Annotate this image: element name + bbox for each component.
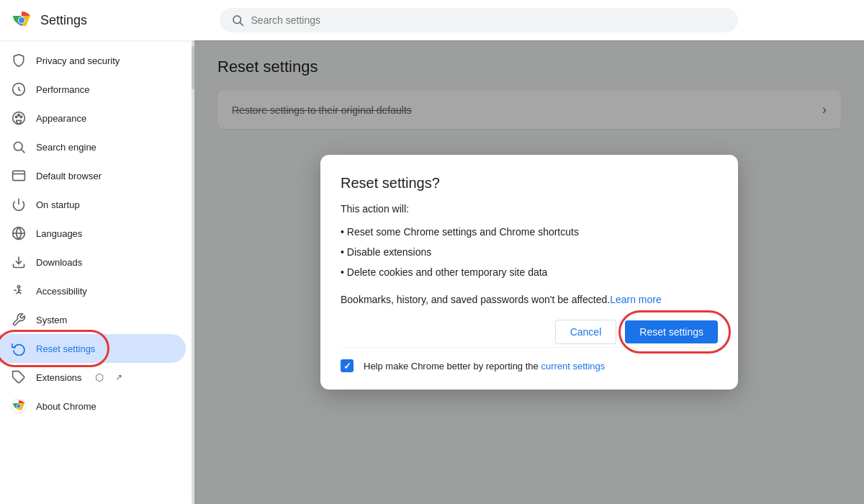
modal-subtitle: This action will: <box>341 203 718 215</box>
accessibility-icon <box>12 284 26 298</box>
svg-line-12 <box>22 150 25 153</box>
sidebar-item-reset-settings[interactable]: Reset settings <box>0 334 186 363</box>
cancel-button[interactable]: Cancel <box>555 320 617 344</box>
list-item: Disable extensions <box>341 242 718 262</box>
svg-point-19 <box>17 286 19 288</box>
reset-icon <box>12 341 26 356</box>
svg-line-5 <box>240 22 243 25</box>
sidebar-item-privacy[interactable]: Privacy and security <box>0 46 186 75</box>
svg-point-3 <box>19 17 24 23</box>
sidebar-item-appearance-label: Appearance <box>36 113 86 124</box>
sidebar-item-default-browser[interactable]: Default browser <box>0 161 186 190</box>
modal-overlay[interactable]: Reset settings? This action will: Reset … <box>194 40 864 504</box>
svg-point-11 <box>14 142 22 150</box>
search-input[interactable] <box>251 14 726 26</box>
sidebar-item-extensions[interactable]: Extensions ⬡ ↗ <box>0 363 186 392</box>
learn-more-link[interactable]: Learn more <box>610 294 662 305</box>
search-icon <box>231 14 244 27</box>
sidebar-item-downloads[interactable]: Downloads <box>0 248 186 276</box>
content-area: Reset settings Restore settings to their… <box>194 40 864 504</box>
header-title: Settings <box>40 13 87 28</box>
modal-checkbox-row: ✓ Help make Chrome better by reporting t… <box>341 347 718 372</box>
sidebar-item-default-browser-label: Default browser <box>36 171 102 181</box>
sidebar: Privacy and security Performance Appeara… <box>0 40 194 504</box>
sidebar-item-system-label: System <box>36 315 67 325</box>
sidebar-item-downloads-label: Downloads <box>36 257 82 268</box>
sidebar-item-extensions-label: Extensions <box>36 372 82 383</box>
external-link-symbol: ↗ <box>115 372 122 382</box>
svg-point-24 <box>17 405 21 408</box>
main-layout: Privacy and security Performance Appeara… <box>0 40 864 504</box>
sidebar-item-reset-settings-label: Reset settings <box>36 343 95 354</box>
chrome-icon <box>12 399 26 413</box>
current-settings-link[interactable]: current settings <box>541 361 605 372</box>
modal-title: Reset settings? <box>341 175 718 192</box>
sidebar-item-accessibility-label: Accessibility <box>36 286 87 297</box>
sidebar-item-appearance[interactable]: Appearance <box>0 104 186 132</box>
reset-settings-modal: Reset settings? This action will: Reset … <box>320 155 738 390</box>
sidebar-item-search-engine-label: Search engine <box>36 142 96 153</box>
puzzle-icon <box>12 370 26 384</box>
list-item: Delete cookies and other temporary site … <box>341 262 718 282</box>
sidebar-item-about-chrome[interactable]: About Chrome <box>0 392 186 420</box>
chrome-reporting-checkbox[interactable]: ✓ <box>341 359 354 372</box>
svg-point-10 <box>20 116 22 118</box>
power-icon <box>12 197 26 212</box>
sidebar-item-privacy-label: Privacy and security <box>36 55 120 66</box>
search-engine-icon <box>12 140 26 154</box>
sidebar-item-performance-label: Performance <box>36 84 89 95</box>
sidebar-item-search-engine[interactable]: Search engine <box>0 132 186 161</box>
wrench-icon <box>12 312 26 327</box>
gauge-icon <box>12 82 26 96</box>
globe-icon <box>12 226 26 240</box>
checkbox-check-icon: ✓ <box>343 361 351 372</box>
search-bar[interactable] <box>220 8 738 32</box>
checkbox-label: Help make Chrome better by reporting the… <box>364 361 605 372</box>
modal-list: Reset some Chrome settings and Chrome sh… <box>341 222 718 282</box>
svg-point-8 <box>15 116 17 118</box>
modal-buttons: Cancel Reset settings <box>341 320 718 344</box>
sidebar-item-on-startup-label: On startup <box>36 199 80 210</box>
external-link-icon: ⬡ <box>95 372 104 383</box>
sidebar-item-about-chrome-label: About Chrome <box>36 401 96 412</box>
sidebar-item-system[interactable]: System <box>0 305 186 334</box>
sidebar-item-languages[interactable]: Languages <box>0 219 186 248</box>
svg-point-9 <box>18 114 20 117</box>
sidebar-item-on-startup[interactable]: On startup <box>0 190 186 219</box>
header: Settings <box>0 0 864 40</box>
sidebar-item-performance[interactable]: Performance <box>0 75 186 104</box>
modal-footer-text: Bookmarks, history, and saved passwords … <box>341 294 718 305</box>
sidebar-item-languages-label: Languages <box>36 228 82 239</box>
download-icon <box>12 255 26 269</box>
palette-icon <box>12 111 26 125</box>
shield-icon <box>12 53 26 68</box>
reset-settings-button[interactable]: Reset settings <box>625 320 718 343</box>
chrome-logo-icon <box>12 10 32 30</box>
svg-rect-13 <box>13 171 25 180</box>
browser-icon <box>12 168 26 183</box>
list-item: Reset some Chrome settings and Chrome sh… <box>341 222 718 242</box>
sidebar-item-accessibility[interactable]: Accessibility <box>0 276 186 305</box>
